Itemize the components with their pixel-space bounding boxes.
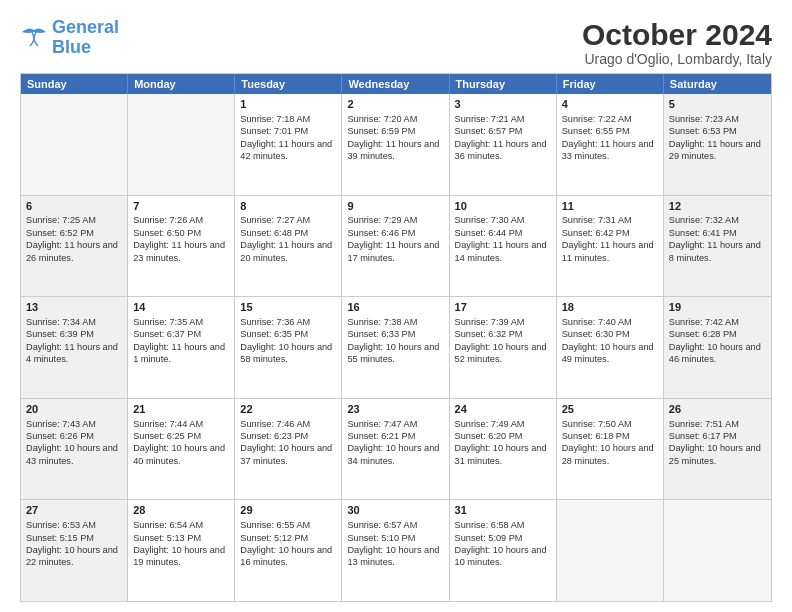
day-number: 15 [240,300,336,315]
sunset-text: Sunset: 6:30 PM [562,329,630,339]
sunrise-text: Sunrise: 7:44 AM [133,419,203,429]
day-number: 22 [240,402,336,417]
day-number: 7 [133,199,229,214]
sunset-text: Sunset: 6:55 PM [562,126,630,136]
calendar-cell: 26Sunrise: 7:51 AMSunset: 6:17 PMDayligh… [664,399,771,500]
daylight-text: Daylight: 10 hours and 10 minutes. [455,545,547,567]
sunset-text: Sunset: 5:10 PM [347,533,415,543]
sunset-text: Sunset: 5:12 PM [240,533,308,543]
calendar-cell: 22Sunrise: 7:46 AMSunset: 6:23 PMDayligh… [235,399,342,500]
daylight-text: Daylight: 11 hours and 17 minutes. [347,240,439,262]
sunrise-text: Sunrise: 7:26 AM [133,215,203,225]
daylight-text: Daylight: 11 hours and 23 minutes. [133,240,225,262]
sunrise-text: Sunrise: 7:39 AM [455,317,525,327]
daylight-text: Daylight: 10 hours and 31 minutes. [455,443,547,465]
sunset-text: Sunset: 5:09 PM [455,533,523,543]
sunset-text: Sunset: 6:32 PM [455,329,523,339]
calendar-week-1: 1Sunrise: 7:18 AMSunset: 7:01 PMDaylight… [21,94,771,195]
calendar-body: 1Sunrise: 7:18 AMSunset: 7:01 PMDaylight… [21,94,771,601]
calendar-cell: 17Sunrise: 7:39 AMSunset: 6:32 PMDayligh… [450,297,557,398]
day-number: 11 [562,199,658,214]
sunrise-text: Sunrise: 7:50 AM [562,419,632,429]
sunrise-text: Sunrise: 7:46 AM [240,419,310,429]
daylight-text: Daylight: 11 hours and 8 minutes. [669,240,761,262]
sunset-text: Sunset: 6:17 PM [669,431,737,441]
header-day-tuesday: Tuesday [235,74,342,94]
calendar-cell: 23Sunrise: 7:47 AMSunset: 6:21 PMDayligh… [342,399,449,500]
calendar-cell: 10Sunrise: 7:30 AMSunset: 6:44 PMDayligh… [450,196,557,297]
daylight-text: Daylight: 10 hours and 25 minutes. [669,443,761,465]
day-number: 12 [669,199,766,214]
header-day-friday: Friday [557,74,664,94]
day-number: 14 [133,300,229,315]
sunrise-text: Sunrise: 7:18 AM [240,114,310,124]
daylight-text: Daylight: 11 hours and 36 minutes. [455,139,547,161]
daylight-text: Daylight: 11 hours and 42 minutes. [240,139,332,161]
sunrise-text: Sunrise: 7:25 AM [26,215,96,225]
sunrise-text: Sunrise: 7:30 AM [455,215,525,225]
calendar-cell: 7Sunrise: 7:26 AMSunset: 6:50 PMDaylight… [128,196,235,297]
header-day-wednesday: Wednesday [342,74,449,94]
calendar-cell: 13Sunrise: 7:34 AMSunset: 6:39 PMDayligh… [21,297,128,398]
daylight-text: Daylight: 10 hours and 40 minutes. [133,443,225,465]
sunrise-text: Sunrise: 7:49 AM [455,419,525,429]
daylight-text: Daylight: 10 hours and 58 minutes. [240,342,332,364]
sunset-text: Sunset: 6:37 PM [133,329,201,339]
day-number: 9 [347,199,443,214]
day-number: 18 [562,300,658,315]
sunrise-text: Sunrise: 7:27 AM [240,215,310,225]
calendar: SundayMondayTuesdayWednesdayThursdayFrid… [20,73,772,602]
header: General Blue October 2024 Urago d'Oglio,… [20,18,772,67]
day-number: 13 [26,300,122,315]
day-number: 5 [669,97,766,112]
daylight-text: Daylight: 10 hours and 16 minutes. [240,545,332,567]
calendar-cell [664,500,771,601]
calendar-cell: 6Sunrise: 7:25 AMSunset: 6:52 PMDaylight… [21,196,128,297]
sunset-text: Sunset: 6:42 PM [562,228,630,238]
day-number: 29 [240,503,336,518]
daylight-text: Daylight: 10 hours and 22 minutes. [26,545,118,567]
logo-text: General Blue [52,18,119,58]
daylight-text: Daylight: 11 hours and 33 minutes. [562,139,654,161]
daylight-text: Daylight: 10 hours and 55 minutes. [347,342,439,364]
calendar-cell: 11Sunrise: 7:31 AMSunset: 6:42 PMDayligh… [557,196,664,297]
sunrise-text: Sunrise: 6:57 AM [347,520,417,530]
calendar-cell: 9Sunrise: 7:29 AMSunset: 6:46 PMDaylight… [342,196,449,297]
daylight-text: Daylight: 11 hours and 26 minutes. [26,240,118,262]
sunrise-text: Sunrise: 7:23 AM [669,114,739,124]
calendar-header: SundayMondayTuesdayWednesdayThursdayFrid… [21,74,771,94]
calendar-cell [557,500,664,601]
day-number: 27 [26,503,122,518]
sunrise-text: Sunrise: 6:54 AM [133,520,203,530]
calendar-cell: 28Sunrise: 6:54 AMSunset: 5:13 PMDayligh… [128,500,235,601]
daylight-text: Daylight: 10 hours and 46 minutes. [669,342,761,364]
logo: General Blue [20,18,119,58]
daylight-text: Daylight: 11 hours and 1 minute. [133,342,225,364]
sunset-text: Sunset: 6:25 PM [133,431,201,441]
sunset-text: Sunset: 6:21 PM [347,431,415,441]
sunset-text: Sunset: 6:59 PM [347,126,415,136]
daylight-text: Daylight: 11 hours and 20 minutes. [240,240,332,262]
daylight-text: Daylight: 11 hours and 39 minutes. [347,139,439,161]
page: General Blue October 2024 Urago d'Oglio,… [0,0,792,612]
calendar-cell: 5Sunrise: 7:23 AMSunset: 6:53 PMDaylight… [664,94,771,195]
calendar-cell [128,94,235,195]
daylight-text: Daylight: 11 hours and 29 minutes. [669,139,761,161]
sunrise-text: Sunrise: 6:53 AM [26,520,96,530]
sunset-text: Sunset: 6:52 PM [26,228,94,238]
day-number: 23 [347,402,443,417]
sunset-text: Sunset: 6:26 PM [26,431,94,441]
sunset-text: Sunset: 6:35 PM [240,329,308,339]
sunrise-text: Sunrise: 7:51 AM [669,419,739,429]
sunset-text: Sunset: 6:28 PM [669,329,737,339]
sunrise-text: Sunrise: 7:35 AM [133,317,203,327]
sunset-text: Sunset: 6:50 PM [133,228,201,238]
sunset-text: Sunset: 6:44 PM [455,228,523,238]
sunset-text: Sunset: 6:18 PM [562,431,630,441]
day-number: 2 [347,97,443,112]
sunset-text: Sunset: 6:57 PM [455,126,523,136]
sunset-text: Sunset: 6:53 PM [669,126,737,136]
day-number: 20 [26,402,122,417]
sunrise-text: Sunrise: 6:55 AM [240,520,310,530]
calendar-cell: 4Sunrise: 7:22 AMSunset: 6:55 PMDaylight… [557,94,664,195]
